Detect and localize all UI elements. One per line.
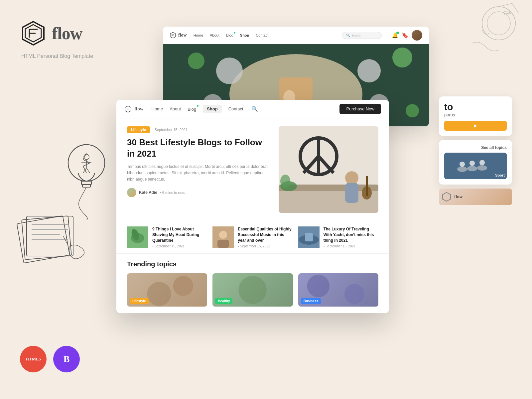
brand-name: flow xyxy=(52,24,82,43)
author-avatar xyxy=(127,188,136,197)
bookmark-icon[interactable]: 🔖 xyxy=(402,32,408,39)
svg-point-72 xyxy=(467,166,477,171)
post-date: September 15, 2021 xyxy=(155,128,188,132)
svg-rect-7 xyxy=(81,181,91,185)
back-nav-about[interactable]: About xyxy=(210,33,219,37)
brand-tagline: HTML Personal Blog Template xyxy=(21,53,146,59)
svg-point-26 xyxy=(216,58,243,84)
small-articles-row: 9 Things I Love About Shaving My Head Du… xyxy=(116,221,389,253)
user-avatar[interactable] xyxy=(412,30,422,41)
read-time: • 6 mins to read xyxy=(160,191,186,195)
back-nav-contact[interactable]: Contact xyxy=(256,33,268,37)
front-nav-home[interactable]: Home xyxy=(152,106,163,111)
svg-point-1 xyxy=(487,12,510,35)
front-nav-brand: flow xyxy=(134,106,144,112)
back-nav-shop[interactable]: Shop xyxy=(240,33,249,37)
back-search[interactable]: 🔍 Search xyxy=(342,32,382,39)
back-nav-home[interactable]: Home xyxy=(194,33,203,37)
front-nav-shop[interactable]: Shop xyxy=(203,105,222,113)
front-nav-contact[interactable]: Contact xyxy=(228,106,243,111)
right-sidebar: to purus ▶ See all topics Sport flow xyxy=(439,96,512,205)
back-search-icon: 🔍 xyxy=(346,34,350,37)
small-article-img-2 xyxy=(212,226,234,248)
svg-line-2 xyxy=(499,3,512,7)
svg-point-44 xyxy=(345,171,358,185)
small-article-img-1 xyxy=(127,226,148,248)
flow-small-label: flow xyxy=(454,194,463,200)
svg-line-3 xyxy=(512,3,519,13)
post-excerpt: Tempus ultricies augue luctus et ut susc… xyxy=(127,164,271,183)
front-nav-logo: flow xyxy=(124,105,144,113)
trending-card-healthy[interactable]: Healthy xyxy=(212,273,293,307)
sidebar-card-1: to purus ▶ xyxy=(439,96,512,136)
svg-point-32 xyxy=(406,104,419,117)
small-article-1-date: • September 15, 2021 xyxy=(152,244,207,248)
front-browser-nav: flow Home About Blog Shop Contact 🔍 Purc… xyxy=(116,100,389,118)
browser-front-window: flow Home About Blog Shop Contact 🔍 Purc… xyxy=(116,100,389,313)
back-nav-blog[interactable]: Blog xyxy=(226,33,233,37)
left-panel: flow HTML Personal Blog Template xyxy=(20,20,146,59)
trending-card-business[interactable]: Business xyxy=(298,273,378,307)
bootstrap-icon: B xyxy=(53,346,80,372)
back-nav-brand: flow xyxy=(178,33,187,38)
see-all-topics[interactable]: See all topics xyxy=(444,145,507,150)
featured-image xyxy=(279,126,378,213)
front-blog-dot xyxy=(197,105,199,107)
notification-dot xyxy=(396,32,399,34)
svg-point-69 xyxy=(469,161,475,166)
back-nav-blog-wrap: Blog xyxy=(226,33,233,38)
svg-point-65 xyxy=(307,275,330,298)
article-meta: Lifestyle September 15, 2021 xyxy=(127,126,271,133)
svg-point-68 xyxy=(460,162,465,167)
flow-small-card: flow xyxy=(439,189,512,205)
main-content-area: Lifestyle September 15, 2021 30 Best Lif… xyxy=(116,118,389,221)
small-article-3-date: • September 15, 2021 xyxy=(324,244,378,248)
notification-icon-wrap[interactable]: 🔔 xyxy=(392,32,398,39)
small-article-3-text: The Luxury Of Traveling With Yacht, don'… xyxy=(324,226,378,248)
front-nav-about[interactable]: About xyxy=(170,106,181,111)
trending-cards: Lifestyle Healthy Business xyxy=(127,273,378,307)
back-nav-icons: 🔔 🔖 xyxy=(392,30,422,41)
trending-section: Trending topics Lifestyle Healthy xyxy=(116,253,389,313)
category-badge: Lifestyle xyxy=(127,126,150,133)
svg-point-31 xyxy=(392,48,412,67)
front-search-icon[interactable]: 🔍 xyxy=(251,106,258,112)
trending-card-lifestyle[interactable]: Lifestyle xyxy=(127,273,207,307)
small-article-img-3 xyxy=(298,226,320,248)
front-nav-blog-wrap: Blog xyxy=(188,106,196,112)
card-badge-healthy: Healthy xyxy=(215,298,232,304)
sidebar-card-2: See all topics Sport xyxy=(439,140,512,185)
purchase-now-button[interactable]: Purchase Now xyxy=(339,104,381,114)
svg-rect-45 xyxy=(345,183,358,203)
card-badge-business: Business xyxy=(301,298,321,304)
blog-dot xyxy=(234,32,235,34)
svg-point-27 xyxy=(357,59,381,82)
sport-label: Sport xyxy=(495,173,505,177)
svg-line-13 xyxy=(86,168,90,173)
front-nav-blog[interactable]: Blog xyxy=(188,107,196,112)
sport-card[interactable]: Sport xyxy=(444,153,507,179)
author-row: Kate Adie • 6 mins to read xyxy=(127,188,271,197)
svg-marker-74 xyxy=(443,193,451,201)
tech-icons: HTML5 B xyxy=(20,346,80,372)
svg-point-63 xyxy=(239,276,267,304)
svg-point-54 xyxy=(219,231,227,239)
post-title: 30 Best Lifestyle Blogs to Follow in 202… xyxy=(127,137,271,160)
flow-logo-hex xyxy=(20,20,47,47)
small-article-1: 9 Things I Love About Shaving My Head Du… xyxy=(127,226,207,248)
sidebar-to-text: to xyxy=(444,102,507,112)
sidebar-purus-text: purus xyxy=(444,112,507,117)
small-article-3-title: The Luxury Of Traveling With Yacht, don'… xyxy=(324,226,378,243)
card-badge-lifestyle: Lifestyle xyxy=(130,298,149,304)
sidebar-button[interactable]: ▶ xyxy=(444,121,507,131)
svg-point-49 xyxy=(280,175,290,188)
small-article-2-text: Essential Qualities of Highly Successful… xyxy=(238,226,293,248)
svg-rect-58 xyxy=(305,233,313,241)
peace-image-inner xyxy=(279,126,378,213)
svg-point-73 xyxy=(477,165,487,171)
svg-point-66 xyxy=(344,284,364,304)
small-article-2-date: • September 15, 2021 xyxy=(238,244,293,248)
svg-rect-55 xyxy=(217,240,229,248)
small-article-2: Essential Qualities of Highly Successful… xyxy=(212,226,293,248)
small-article-1-text: 9 Things I Love About Shaving My Head Du… xyxy=(152,226,207,248)
